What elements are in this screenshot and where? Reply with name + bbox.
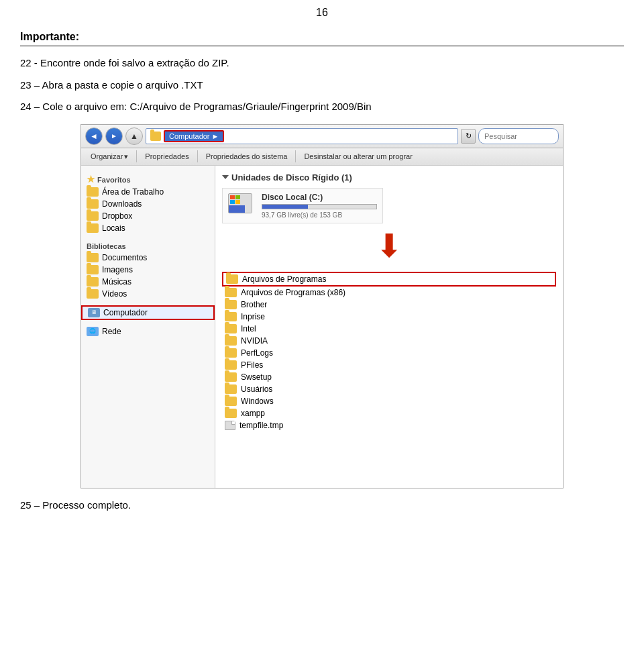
folder-list-item[interactable]: Arquivos de Programas	[222, 272, 556, 287]
sidebar-item-desktop[interactable]: Área de Trabalho	[81, 186, 215, 198]
system-properties-label: Propriedades do sistema	[206, 152, 288, 160]
instruction-25: 25 – Processo completo.	[20, 499, 624, 511]
folder-item-label: Windows	[241, 397, 274, 406]
folder-item-label: Intel	[241, 324, 256, 333]
sidebar-item-locais[interactable]: Locais	[81, 222, 215, 234]
folder-icon-imagens	[87, 265, 99, 274]
sidebar-item-computer[interactable]: 🖥 Computador	[81, 305, 215, 320]
path-selected-segment[interactable]: Computador ►	[164, 130, 224, 142]
address-path[interactable]: Computador ►	[146, 128, 458, 144]
properties-label: Propriedades	[145, 152, 189, 160]
sidebar-item-imagens[interactable]: Imagens	[81, 264, 215, 276]
folder-icon-locais	[87, 223, 99, 233]
svg-rect-2	[230, 200, 235, 204]
uninstall-button[interactable]: Desinstalar ou alterar um prograr	[299, 150, 417, 162]
explorer-window: ◄ ► ▲ Computador ► ↻ Organizar ▾ Proprie…	[80, 124, 564, 488]
address-bar: ◄ ► ▲ Computador ► ↻	[81, 125, 563, 148]
disk-info: Disco Local (C:) 93,7 GB livre(s) de 153…	[262, 193, 377, 219]
toolbar-separator-1	[136, 150, 137, 162]
folder-item-label: PerfLogs	[241, 348, 273, 358]
folder-icon	[225, 336, 237, 346]
sidebar-item-musicas[interactable]: Músicas	[81, 276, 215, 288]
folder-list-item[interactable]: Swsetup	[222, 371, 556, 383]
folder-list-item[interactable]: PFiles	[222, 359, 556, 371]
folder-icon-videos	[87, 289, 99, 299]
folder-icon-downloads	[87, 199, 99, 209]
search-input[interactable]	[478, 128, 559, 144]
computer-icon: 🖥	[88, 308, 100, 317]
toolbar: Organizar ▾ Propriedades Propriedades do…	[81, 148, 563, 166]
locais-label: Locais	[102, 223, 125, 233]
disk-bar-stripe	[229, 205, 252, 213]
refresh-button[interactable]: ↻	[461, 129, 476, 144]
folder-icon	[225, 288, 237, 297]
folder-item-label: tempfile.tmp	[239, 421, 283, 430]
folder-list-item[interactable]: Intel	[222, 323, 556, 335]
instruction-22: 22 - Encontre onde foi salvo a extração …	[20, 56, 624, 71]
sidebar-item-videos[interactable]: Vídeos	[81, 288, 215, 300]
down-arrow-indicator: ⬇	[222, 230, 556, 262]
back-button[interactable]: ◄	[85, 127, 103, 145]
folder-icon	[225, 324, 237, 333]
folder-list-item[interactable]: NVIDIA	[222, 335, 556, 347]
folder-list-item[interactable]: Inprise	[222, 311, 556, 323]
folder-list-item[interactable]: Windows	[222, 395, 556, 407]
libraries-header[interactable]: Bibliotecas	[81, 240, 215, 252]
explorer-main-panel: Unidades de Disco Rígido (1)	[215, 166, 563, 488]
system-properties-button[interactable]: Propriedades do sistema	[201, 150, 293, 162]
folder-list-item[interactable]: Arquivos de Programas (x86)	[222, 287, 556, 299]
organize-button[interactable]: Organizar ▾	[85, 150, 133, 163]
forward-button[interactable]: ►	[105, 127, 123, 145]
page-number: 16	[20, 7, 624, 19]
sidebar-item-network[interactable]: 🌐 Rede	[81, 325, 215, 338]
folder-icon	[225, 300, 237, 309]
sidebar-item-dropbox[interactable]: Dropbox	[81, 210, 215, 222]
folder-list-item[interactable]: Brother	[222, 299, 556, 311]
folder-icon-documentos	[87, 253, 99, 262]
path-arrow: ►	[212, 132, 219, 140]
folder-list-item[interactable]: tempfile.tmp	[222, 419, 556, 431]
downloads-label: Downloads	[102, 199, 142, 209]
favorites-label: Favoritos	[97, 176, 131, 184]
folder-item-label: Swsetup	[241, 372, 272, 382]
folder-icon	[225, 409, 237, 418]
folder-list: Arquivos de ProgramasArquivos de Program…	[222, 272, 556, 431]
up-button[interactable]: ▲	[125, 127, 143, 145]
disk-bar-fill	[262, 205, 308, 209]
sidebar-item-downloads[interactable]: Downloads	[81, 198, 215, 210]
folder-icon-desktop	[87, 187, 99, 197]
favorites-header[interactable]: ★ Favoritos	[81, 171, 215, 186]
musicas-label: Músicas	[102, 277, 131, 287]
documentos-label: Documentos	[102, 253, 147, 262]
disk-name: Disco Local (C:)	[262, 193, 377, 202]
organize-label: Organizar	[91, 152, 123, 160]
sidebar-item-documentos[interactable]: Documentos	[81, 252, 215, 264]
folder-list-item[interactable]: PerfLogs	[222, 347, 556, 359]
disk-free-space: 93,7 GB livre(s) de 153 GB	[262, 211, 377, 219]
path-selected-label: Computador	[169, 132, 210, 140]
explorer-content: ★ Favoritos Área de Trabalho Downloads D…	[81, 166, 563, 488]
disk-section-title: Unidades de Disco Rígido (1)	[222, 172, 556, 183]
collapse-arrow[interactable]	[222, 175, 229, 179]
folder-icon	[225, 397, 237, 406]
network-section: 🌐 Rede	[81, 325, 215, 338]
disk-local-c[interactable]: Disco Local (C:) 93,7 GB livre(s) de 153…	[222, 188, 383, 223]
computer-section: 🖥 Computador	[81, 305, 215, 320]
folder-icon	[225, 312, 237, 321]
dropbox-label: Dropbox	[102, 211, 132, 221]
toolbar-separator-3	[295, 150, 296, 162]
favorites-section: ★ Favoritos Área de Trabalho Downloads D…	[81, 171, 215, 234]
toolbar-separator-2	[197, 150, 198, 162]
folder-list-item[interactable]: xampp	[222, 407, 556, 419]
folder-icon	[225, 360, 237, 370]
folder-item-label: NVIDIA	[241, 336, 268, 346]
properties-button[interactable]: Propriedades	[140, 150, 194, 162]
folder-item-label: xampp	[241, 409, 265, 418]
folder-item-label: Inprise	[241, 312, 265, 321]
svg-rect-1	[235, 195, 240, 199]
folder-list-item[interactable]: Usuários	[222, 383, 556, 395]
folder-item-label: PFiles	[241, 360, 263, 370]
folder-icon-dropbox	[87, 211, 99, 221]
folder-item-label: Usuários	[241, 384, 272, 394]
folder-icon	[226, 274, 238, 284]
